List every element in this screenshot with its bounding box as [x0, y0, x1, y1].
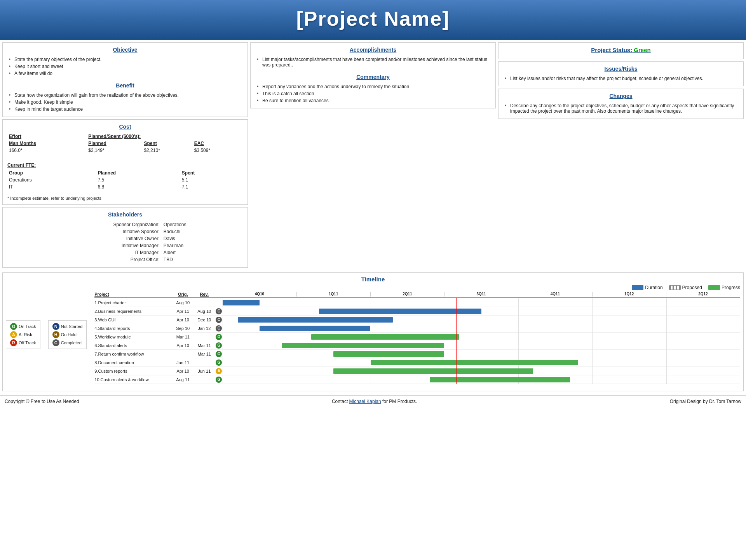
project-rev: Aug 10	[193, 309, 215, 314]
status-badge: A	[216, 368, 222, 374]
duration-legend: Duration Proposed Progress	[94, 285, 740, 290]
list-item: Operations	[7, 176, 91, 183]
project-status: C	[215, 308, 223, 314]
current-fte-label: Current FTE:	[7, 162, 243, 168]
timeline-panel: Timeline G On Track A At Risk R Off Trac…	[2, 272, 744, 391]
not-started-icon: N	[52, 323, 59, 330]
cost-title: Cost	[7, 124, 243, 130]
table-row: 4.Standard reportsSep 10Jan 12C	[94, 324, 740, 333]
project-rev: Jun 11	[193, 369, 215, 373]
gantt-bar	[311, 334, 459, 340]
table-row: 7.Return confirm workflowMar 11G	[94, 350, 740, 358]
project-rev: Jan 12	[193, 326, 215, 331]
table-row: 1.Project charterAug 10	[94, 298, 740, 307]
table-row: Initiative Owner: Davis	[8, 236, 242, 242]
list-item: IT	[7, 183, 91, 190]
gantt-bar-area	[223, 350, 740, 358]
gantt-bar	[333, 368, 533, 374]
legend-item-notstarted: N Not Started	[52, 323, 83, 330]
list-item: List key issues and/or risks that may af…	[505, 75, 739, 82]
status-badge: C	[216, 317, 222, 323]
gantt-bar-area	[223, 358, 740, 367]
stakeholders-panel: Stakeholders Sponsor Organization: Opera…	[2, 207, 248, 268]
list-item: Be sure to mention all variances	[257, 97, 491, 104]
commentary-title: Commentary	[255, 74, 491, 80]
legend-label-notstarted: Not Started	[61, 324, 83, 329]
quarter-2q11: 2Q11	[371, 292, 444, 297]
table-row: 2.Business requirementsApr 11Aug 10C	[94, 307, 740, 316]
footer: Copyright © Free to Use As Needed Contac…	[0, 395, 746, 406]
legend-item-atrisk: A At Risk	[10, 331, 36, 338]
spent-value: $2,210*	[142, 147, 192, 154]
man-months-value: 166.0*	[7, 147, 87, 154]
project-name: 8.Document creation	[94, 360, 172, 365]
project-orig: Aug 11	[172, 377, 193, 382]
project-rev: Mar 11	[193, 343, 215, 348]
legend-label-completed: Completed	[61, 340, 82, 345]
project-name: 10.Custom alerts & workflow	[94, 377, 172, 382]
timeline-title: Timeline	[6, 276, 740, 283]
footer-left: Copyright © Free to Use As Needed	[5, 399, 79, 404]
project-orig: Apr 11	[172, 309, 193, 314]
project-orig: Apr 10	[172, 318, 193, 322]
stakeholder-value: Baduchi	[162, 229, 242, 235]
project-orig: Apr 10	[172, 343, 193, 348]
planned-value: $3,149*	[87, 147, 142, 154]
duration-bar-icon	[632, 285, 643, 290]
legend-label-ontrack: On Track	[19, 324, 36, 329]
eac-label: EAC	[193, 140, 243, 147]
legend-item-completed: C Completed	[52, 339, 83, 346]
project-name: 2.Business requirements	[94, 309, 172, 314]
benefit-title: Benefit	[7, 82, 243, 89]
quarter-4q10: 4Q10	[223, 292, 296, 297]
project-status: G	[215, 377, 223, 383]
status-badge: G	[216, 377, 222, 383]
table-row: Sponsor Organization: Operations	[8, 222, 242, 228]
page-title: [Project Name]	[4, 7, 742, 30]
stakeholders-table: Sponsor Organization: Operations Initiat…	[7, 221, 243, 263]
project-status-header: Project Status: Green	[503, 47, 739, 53]
project-name: 7.Return confirm workflow	[94, 352, 172, 356]
project-status: G	[215, 351, 223, 357]
quarter-2q12: 2Q12	[666, 292, 740, 297]
group-label: Group	[7, 169, 91, 176]
table-row: 6.Standard alertsApr 10Mar 11G	[94, 341, 740, 350]
proposed-bar-icon	[669, 285, 681, 290]
gantt-header: Project Orig. Rev. 4Q10 1Q11 2Q11 3Q11 4…	[94, 292, 740, 298]
footer-right: Original Design by Dr. Tom Tarnow	[670, 399, 741, 404]
gantt-bar	[430, 377, 570, 382]
fte-table: Group Planned Spent Operations 7.5 5.1 I…	[7, 169, 243, 190]
main-content: Objective State the primary objectives o…	[0, 39, 746, 270]
page-header: [Project Name]	[0, 0, 746, 39]
table-row: 3.Web GUIApr 10Dec 10C	[94, 316, 740, 324]
list-item: A few items will do	[9, 70, 243, 77]
project-name: 1.Project charter	[94, 300, 172, 305]
list-item: State the primary objectives of the proj…	[9, 56, 243, 63]
today-line	[456, 375, 457, 384]
gantt-bar	[238, 317, 393, 323]
table-row: 9.Custom reportsApr 10Jun 11A	[94, 367, 740, 375]
status-badge: G	[216, 359, 222, 366]
at-risk-icon: A	[10, 331, 17, 338]
list-item: List major tasks/accomplishments that ha…	[257, 56, 491, 68]
list-item: This is a catch all section	[257, 90, 491, 97]
stakeholder-label: Initiative Manager:	[8, 242, 161, 249]
table-row: Initiative Manager: Pearlman	[8, 242, 242, 249]
gantt-area: Duration Proposed Progress Projec	[94, 285, 740, 384]
progress-label: Progress	[722, 285, 740, 290]
table-row: Project Office: TBD	[8, 256, 242, 263]
quarter-4q11: 4Q11	[518, 292, 592, 297]
quarter-3q11: 3Q11	[444, 292, 518, 297]
project-orig: Apr 10	[172, 369, 193, 373]
spent-label: Spent	[142, 140, 192, 147]
completed-icon: C	[52, 339, 59, 346]
status-badge: C	[216, 308, 222, 314]
proposed-label: Proposed	[682, 285, 702, 290]
proposed-legend-item: Proposed	[669, 285, 702, 290]
accomplishments-title: Accomplishments	[255, 47, 491, 53]
footer-middle-prefix: Contact	[332, 399, 349, 404]
footer-contact-link[interactable]: Michael Kaplan	[349, 399, 381, 404]
commentary-list: Report any variances and the actions und…	[255, 83, 491, 104]
footer-middle: Contact Michael Kaplan for PM Products.	[332, 399, 417, 404]
gantt-bar-area	[223, 307, 740, 316]
